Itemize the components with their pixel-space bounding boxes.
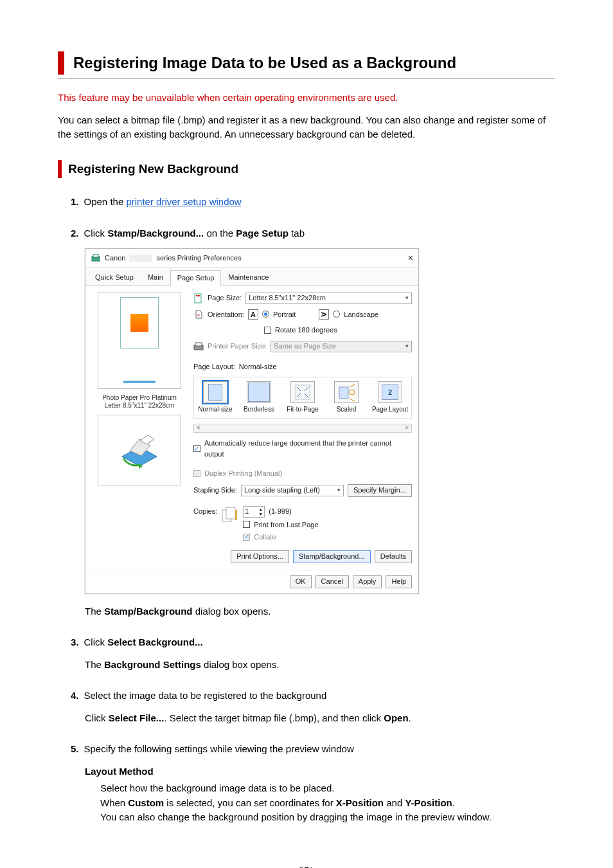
step-2-result: The Stamp/Background dialog box opens. (85, 604, 555, 619)
tab-main[interactable]: Main (141, 269, 170, 285)
stapling-label: Stapling Side: (193, 485, 237, 496)
collate-checkbox (243, 534, 250, 541)
title-rule (58, 78, 555, 79)
step-2-result-pre: The (85, 606, 104, 617)
availability-warning: This feature may be unavailable when cer… (58, 91, 555, 105)
stapling-value: Long-side stapling (Left) (244, 485, 320, 496)
specify-margin-button[interactable]: Specify Margin... (348, 484, 412, 497)
page-size-value: Letter 8.5"x11" 22x28cm (249, 293, 326, 303)
layout-method-l3: You can also change the background posit… (100, 810, 555, 825)
step-3-result-post: dialog box opens. (201, 659, 280, 670)
step-5-head: Specify the following settings while vie… (84, 742, 354, 757)
print-last-checkbox[interactable] (243, 521, 250, 528)
portrait-radio[interactable] (262, 311, 269, 318)
layout-method-l2: When Custom is selected, you can set coo… (100, 796, 555, 811)
page-thumb-icon (120, 297, 159, 348)
layout-borderless-icon (247, 381, 271, 403)
step-3-result: The Background Settings dialog box opens… (85, 658, 555, 673)
orientation-icon: a (193, 309, 204, 320)
step-4-head: Select the image data to be registered t… (84, 689, 327, 703)
stamp-background-label: Stamp/Background... (107, 228, 204, 239)
page-size-label: Page Size: (208, 293, 242, 303)
portrait-label: Portrait (273, 309, 296, 320)
chevron-down-icon: ▾ (405, 294, 409, 303)
select-background-label: Select Background... (107, 637, 202, 647)
tab-maintenance[interactable]: Maintenance (221, 269, 276, 285)
step-4-mid: . Select the target bitmap file (.bmp), … (164, 712, 384, 723)
page-shadow-icon (123, 381, 155, 383)
copies-label: Copies: (193, 506, 217, 517)
print-last-label: Print from Last Page (254, 520, 318, 530)
svg-rect-1 (93, 255, 98, 257)
printer-paper-select: Same as Page Size ▾ (271, 341, 412, 352)
landscape-radio[interactable] (333, 311, 340, 318)
layout-scaled[interactable]: Scaled (328, 381, 365, 414)
l2-post: . (452, 797, 455, 808)
step-3-pre: Click (84, 637, 108, 647)
layout-opt-label: Page Layout (372, 404, 408, 414)
svg-rect-12 (339, 387, 348, 399)
landscape-label: Landscape (344, 309, 378, 320)
printer-driver-link[interactable]: printer driver setup window (126, 196, 241, 207)
step-1-pre: Open the (84, 196, 127, 207)
dialog-title-suffix: series Printing Preferences (156, 253, 241, 264)
select-file-label: Select File... (109, 712, 164, 723)
apply-button[interactable]: Apply (353, 575, 382, 588)
page-layout-value: Normal-size (239, 361, 277, 372)
ok-button[interactable]: OK (290, 575, 312, 588)
media-label: Photo Paper Pro Platinum Letter 8.5"x11"… (102, 394, 177, 410)
y-position-label: Y-Position (405, 797, 452, 808)
l2-and: and (384, 797, 405, 808)
stamp-background-button[interactable]: Stamp/Background... (293, 550, 371, 563)
printer-paper-label: Printer Paper Size: (208, 341, 267, 352)
chevron-down-icon: ▾ (405, 342, 409, 351)
layout-borderless[interactable]: Borderless (240, 381, 278, 414)
chevron-down-icon[interactable]: ▼ (258, 512, 263, 516)
layout-scaled-icon (334, 381, 359, 403)
dialog-title-redacted (129, 255, 152, 262)
step-number: 3. (71, 635, 79, 650)
printing-preferences-dialog: Canon series Printing Preferences × Quic… (85, 248, 419, 594)
svg-rect-11 (296, 385, 310, 399)
rotate-180-label: Rotate 180 degrees (275, 325, 337, 336)
rotate-180-checkbox[interactable] (264, 327, 271, 334)
copies-value: 1 (245, 506, 249, 517)
layout-scrollbar[interactable]: < > (193, 424, 412, 433)
layout-page-layout[interactable]: 2 Page Layout (371, 381, 409, 414)
step-number: 4. (71, 689, 79, 703)
chevron-up-icon[interactable]: ▲ (258, 507, 263, 512)
tab-quick-setup[interactable]: Quick Setup (88, 269, 141, 285)
tab-page-setup[interactable]: Page Setup (170, 270, 222, 286)
svg-text:a: a (197, 312, 200, 317)
close-icon[interactable]: × (408, 251, 413, 265)
step-2-text: Click Stamp/Background... on the Page Se… (84, 226, 305, 241)
svg-rect-7 (196, 295, 200, 296)
orientation-label: Orientation: (208, 309, 244, 320)
step-2: 2. Click Stamp/Background... on the Page… (71, 226, 555, 619)
copies-stepper[interactable]: 1 ▲▼ (243, 506, 265, 518)
layout-pagelayout-icon: 2 (378, 381, 402, 403)
auto-reduce-checkbox[interactable] (193, 445, 200, 452)
scroll-right-icon[interactable]: > (405, 424, 409, 433)
printer-paper-icon (193, 341, 204, 352)
defaults-button[interactable]: Defaults (375, 550, 412, 563)
print-options-button[interactable]: Print Options... (231, 550, 289, 563)
help-button[interactable]: Help (386, 575, 412, 588)
page-size-select[interactable]: Letter 8.5"x11" 22x28cm ▾ (245, 293, 412, 304)
background-settings-dialog-name: Background Settings (104, 659, 201, 670)
layout-fit-to-page[interactable]: Fit-to-Page (284, 381, 321, 414)
layout-opt-label: Normal-size (198, 404, 232, 414)
step-1: 1. Open the printer driver setup window (71, 195, 555, 210)
svg-point-13 (350, 390, 355, 395)
step-1-text: Open the printer driver setup window (84, 195, 242, 210)
step-4-pre: Click (85, 712, 109, 723)
media-line-2: Letter 8.5"x11" 22x28cm (102, 402, 177, 410)
dialog-titlebar: Canon series Printing Preferences × (85, 249, 418, 268)
dialog-title-prefix: Canon (105, 253, 125, 264)
svg-rect-10 (195, 343, 202, 346)
stapling-select[interactable]: Long-side stapling (Left) ▾ (241, 485, 344, 496)
cancel-button[interactable]: Cancel (315, 575, 349, 588)
scroll-left-icon[interactable]: < (197, 424, 200, 433)
step-2-result-post: dialog box opens. (193, 606, 271, 617)
layout-normal-size[interactable]: Normal-size (197, 381, 234, 414)
